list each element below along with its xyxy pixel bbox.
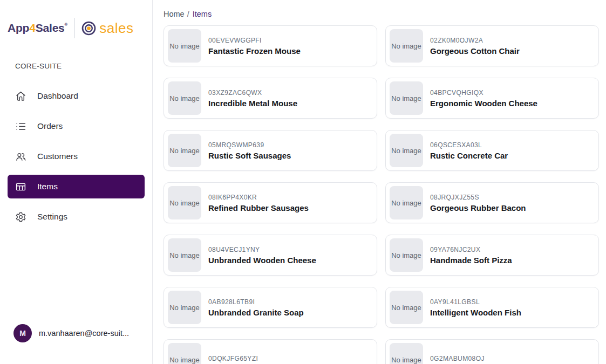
no-image-placeholder: No image: [168, 343, 201, 364]
item-card[interactable]: No image 08U4VECJ1YNY Unbranded Wooden C…: [164, 235, 377, 276]
item-name: Handmade Soft Pizza: [430, 256, 512, 265]
item-code: 08U4VECJ1YNY: [208, 246, 316, 253]
item-name: Gorgeous Rubber Bacon: [430, 203, 526, 212]
sidebar-item-customers[interactable]: Customers: [8, 145, 145, 168]
app4sales-wordmark: App4Sales®: [8, 22, 67, 35]
sales-wordmark: sales: [99, 20, 133, 37]
no-image-placeholder: No image: [168, 291, 201, 324]
item-name: Ergonomic Wooden Cheese: [430, 99, 537, 108]
orders-list-icon: [15, 121, 26, 132]
sidebar-item-dashboard[interactable]: Dashboard: [8, 84, 145, 108]
no-image-placeholder: No image: [168, 134, 201, 167]
user-account[interactable]: M m.vanhaaren@core-suit...: [13, 324, 129, 342]
item-name: Gorgeous Cotton Chair: [430, 46, 520, 56]
item-name: Incredible Metal Mouse: [208, 99, 297, 108]
no-image-placeholder: No image: [390, 29, 423, 63]
item-card[interactable]: No image 03XZ9ZAC6QWX Incredible Metal M…: [164, 78, 377, 119]
app-logo: App4Sales® sales: [8, 18, 152, 38]
breadcrumb-home-link[interactable]: Home: [164, 10, 185, 18]
item-card[interactable]: No image 0AY9L41LGBSL Intelligent Wooden…: [385, 287, 599, 328]
item-card[interactable]: No image 00EVEVWGGPFI Fantastic Frozen M…: [164, 25, 377, 66]
item-card[interactable]: No image 04BPCVQHGIQX Ergonomic Wooden C…: [385, 78, 599, 119]
breadcrumb-separator: /: [187, 10, 189, 18]
item-code: 0AY9L41LGBSL: [430, 298, 521, 306]
item-code: 05MRQSWMP639: [208, 141, 291, 149]
item-card[interactable]: No image 08IK6PP4X0KR Refined Rubber Sau…: [164, 182, 377, 223]
home-icon: [15, 91, 26, 102]
item-name: Fantastic Frozen Mouse: [208, 46, 301, 56]
item-name: Intelligent Wooden Fish: [430, 308, 521, 317]
item-card[interactable]: No image 05MRQSWMP639 Rustic Soft Sausag…: [164, 130, 377, 171]
bullseye-icon: [81, 21, 96, 36]
user-email: m.vanhaaren@core-suit...: [39, 329, 129, 338]
item-card[interactable]: No image 06QSCESXA03L Rustic Concrete Ca…: [385, 130, 599, 171]
customers-icon: [15, 151, 26, 162]
items-table-icon: [15, 181, 26, 193]
no-image-placeholder: No image: [390, 343, 423, 364]
logo-divider: [74, 18, 74, 38]
item-code: 00EVEVWGGPFI: [208, 37, 301, 44]
item-card[interactable]: No image 0DQKJFG65YZI: [164, 339, 377, 364]
no-image-placeholder: No image: [168, 29, 201, 63]
item-card[interactable]: No image 02ZK0M0OJW2A Gorgeous Cotton Ch…: [385, 25, 599, 66]
items-grid: No image 00EVEVWGGPFI Fantastic Frozen M…: [164, 25, 599, 364]
item-code: 0G2MABUM08OJ: [430, 355, 485, 362]
sidebar-item-settings[interactable]: Settings: [8, 205, 145, 229]
item-card[interactable]: No image 0AB928L6TB9I Unbranded Granite …: [164, 287, 377, 328]
item-code: 04BPCVQHGIQX: [430, 89, 537, 97]
item-code: 0DQKJFG65YZI: [208, 355, 258, 362]
item-name: Rustic Concrete Car: [430, 151, 508, 160]
item-card[interactable]: No image 0G2MABUM08OJ: [385, 339, 599, 364]
no-image-placeholder: No image: [390, 238, 423, 272]
item-name: Unbranded Granite Soap: [208, 308, 304, 317]
no-image-placeholder: No image: [168, 186, 201, 219]
settings-gear-icon: [15, 211, 26, 223]
item-code: 03XZ9ZAC6QWX: [208, 89, 297, 97]
sidebar-item-items[interactable]: Items: [8, 175, 145, 198]
breadcrumb: Home/Items: [164, 10, 606, 18]
no-image-placeholder: No image: [390, 186, 423, 219]
org-name: CORE-SUITE: [15, 62, 152, 70]
item-code: 06QSCESXA03L: [430, 141, 508, 149]
no-image-placeholder: No image: [390, 291, 423, 324]
item-code: 09YA76NJC2UX: [430, 246, 512, 253]
item-name: Unbranded Wooden Cheese: [208, 256, 316, 265]
item-code: 08IK6PP4X0KR: [208, 194, 309, 201]
avatar[interactable]: M: [13, 324, 32, 342]
no-image-placeholder: No image: [168, 81, 201, 115]
item-name: Rustic Soft Sausages: [208, 151, 291, 160]
item-code: 02ZK0M0OJW2A: [430, 37, 520, 44]
no-image-placeholder: No image: [390, 81, 423, 115]
main-content: Home/Items No image 00EVEVWGGPFI Fantast…: [153, 0, 606, 364]
breadcrumb-items-link[interactable]: Items: [193, 10, 212, 18]
no-image-placeholder: No image: [390, 134, 423, 167]
item-card[interactable]: No image 09YA76NJC2UX Handmade Soft Pizz…: [385, 235, 599, 276]
item-name: Refined Rubber Sausages: [208, 203, 309, 212]
no-image-placeholder: No image: [168, 238, 201, 272]
sidebar: App4Sales® sales CORE-SUITE Dashboard Or…: [0, 0, 153, 364]
registered-mark: ®: [65, 22, 68, 27]
sidebar-item-orders[interactable]: Orders: [8, 114, 145, 138]
item-code: 0AB928L6TB9I: [208, 298, 304, 306]
item-code: 08JRQJXJZ55S: [430, 194, 526, 201]
item-card[interactable]: No image 08JRQJXJZ55S Gorgeous Rubber Ba…: [385, 182, 599, 223]
sidebar-nav: Dashboard Orders Customers Items Setting…: [0, 84, 152, 229]
